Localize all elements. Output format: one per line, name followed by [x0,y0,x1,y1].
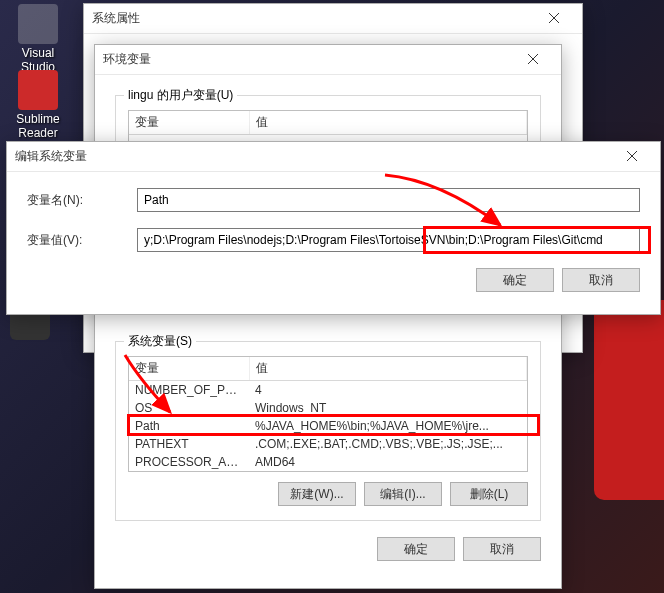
var-value: .COM;.EXE;.BAT;.CMD;.VBS;.VBE;.JS;.JSE;.… [249,435,527,453]
titlebar: 环境变量 [95,45,561,75]
titlebar: 系统属性 [84,4,582,34]
close-button[interactable] [534,5,574,33]
titlebar: 编辑系统变量 [7,142,660,172]
variable-name-label: 变量名(N): [27,192,137,209]
column-header-value[interactable]: 值 [249,111,527,135]
window-title: 系统属性 [92,10,534,27]
column-header-value[interactable]: 值 [249,357,527,381]
variable-name-input[interactable] [137,188,640,212]
var-name: Path [129,417,249,435]
desktop-icon-label: Sublime Reader [16,112,59,140]
var-value: Windows_NT [249,399,527,417]
ok-button[interactable]: 确定 [377,537,455,561]
background-object [594,300,664,500]
table-row[interactable]: PROCESSOR_AR... AMD64 [129,453,527,471]
environment-variables-window: 环境变量 lingu 的用户变量(U) 变量 值 [94,44,562,589]
column-header-variable[interactable]: 变量 [129,357,249,381]
column-header-variable[interactable]: 变量 [129,111,249,135]
var-name: PROCESSOR_AR... [129,453,249,471]
table-row[interactable]: NUMBER_OF_PR... 4 [129,381,527,400]
close-icon [627,150,637,164]
close-icon [549,12,559,26]
edit-system-variable-dialog: 编辑系统变量 变量名(N): 变量值(V): 确定 取消 [6,141,661,315]
variable-value-input[interactable] [137,228,640,252]
delete-button[interactable]: 删除(L) [450,482,528,506]
new-button[interactable]: 新建(W)... [278,482,356,506]
cancel-button[interactable]: 取消 [562,268,640,292]
edit-button[interactable]: 编辑(I)... [364,482,442,506]
var-name: PATHEXT [129,435,249,453]
group-legend: 系统变量(S) [124,333,196,350]
var-value: 4 [249,381,527,400]
close-button[interactable] [612,143,652,171]
variable-value-label: 变量值(V): [27,232,137,249]
var-value: AMD64 [249,453,527,471]
system-variables-group: 系统变量(S) 变量 值 NUMBER_OF_PR... 4 OS [115,341,541,521]
desktop-icon[interactable]: Sublime Reader [8,70,68,140]
close-button[interactable] [513,46,553,74]
group-legend: lingu 的用户变量(U) [124,87,237,104]
var-name: OS [129,399,249,417]
window-title: 环境变量 [103,51,513,68]
table-row[interactable]: PATHEXT .COM;.EXE;.BAT;.CMD;.VBS;.VBE;.J… [129,435,527,453]
table-row-path[interactable]: Path %JAVA_HOME%\bin;%JAVA_HOME%\jre... [129,417,527,435]
window-title: 编辑系统变量 [15,148,612,165]
table-row[interactable]: OS Windows_NT [129,399,527,417]
var-name: NUMBER_OF_PR... [129,381,249,400]
cancel-button[interactable]: 取消 [463,537,541,561]
ok-button[interactable]: 确定 [476,268,554,292]
var-value: %JAVA_HOME%\bin;%JAVA_HOME%\jre... [249,417,527,435]
system-variables-table[interactable]: 变量 值 NUMBER_OF_PR... 4 OS Windows_NT [128,356,528,472]
close-icon [528,53,538,67]
